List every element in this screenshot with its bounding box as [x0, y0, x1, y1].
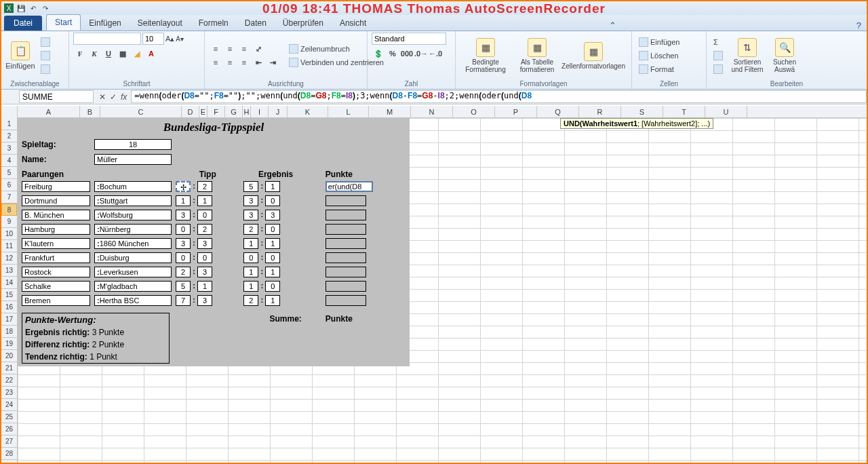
indent-inc-icon[interactable]: ⇥	[266, 56, 279, 69]
cond-format-button[interactable]: ▦Bedingte Formatierung	[460, 35, 511, 76]
italic-button[interactable]: K	[87, 47, 101, 60]
column-headers[interactable]: ABCDEFGHIJKLMNOPQRSTU	[18, 106, 867, 118]
row-header-25[interactable]: 25	[1, 411, 17, 423]
col-header-S[interactable]: S	[621, 106, 663, 117]
col-header-J[interactable]: J	[269, 106, 288, 117]
row-headers[interactable]: 1234567891011121314151617181920212223242…	[1, 106, 18, 463]
col-header-D[interactable]: D	[182, 106, 199, 117]
undo-icon[interactable]: ↶	[28, 3, 38, 13]
row-header-12[interactable]: 12	[1, 252, 17, 265]
help-icon[interactable]: ?	[856, 20, 861, 31]
punkte-cell[interactable]	[326, 295, 366, 306]
save-icon[interactable]: 💾	[16, 3, 26, 13]
font-family-input[interactable]	[73, 33, 141, 45]
ergebnis-score[interactable]: 5:1	[243, 181, 307, 192]
away-team[interactable]: : Hertha BSC	[94, 295, 172, 306]
col-header-L[interactable]: L	[328, 106, 369, 117]
home-team[interactable]: K'lautern	[22, 238, 90, 249]
formula-input[interactable]: =wenn(oder(D8="";F8="");"";wenn(und(D8=G…	[131, 90, 867, 103]
col-header-C[interactable]: C	[100, 106, 182, 117]
tab-pagelayout[interactable]: Seitenlayout	[130, 16, 191, 31]
col-header-H[interactable]: H	[243, 106, 251, 117]
align-center-icon[interactable]: ≡	[223, 56, 237, 69]
tipp-score[interactable]: 0:2	[176, 224, 239, 235]
align-left-icon[interactable]: ≡	[209, 56, 222, 69]
away-team[interactable]: : 1860 München	[94, 238, 172, 249]
ergebnis-score[interactable]: 3:0	[243, 195, 307, 206]
row-header-23[interactable]: 23	[1, 387, 17, 399]
format-painter-button[interactable]	[38, 63, 53, 75]
indent-dec-icon[interactable]: ⇤	[252, 56, 265, 69]
row-header-20[interactable]: 20	[1, 350, 17, 362]
row-header-3[interactable]: 3	[1, 142, 17, 155]
orientation-icon[interactable]: ⤢	[252, 43, 265, 55]
home-team[interactable]: Dortmund	[22, 195, 90, 206]
fx-icon[interactable]: fx	[121, 92, 127, 102]
ergebnis-score[interactable]: 1:0	[243, 281, 307, 292]
row-header-1[interactable]: 1	[1, 118, 17, 130]
autosum-button[interactable]: Σ	[711, 36, 726, 48]
file-tab[interactable]: Datei	[4, 16, 42, 31]
row-header-16[interactable]: 16	[1, 301, 17, 313]
col-header-P[interactable]: P	[495, 106, 537, 117]
paste-button[interactable]: 📋 Einfügen	[5, 35, 35, 76]
row-header-9[interactable]: 9	[1, 216, 17, 228]
home-team[interactable]: B. München	[22, 210, 90, 220]
punkte-cell[interactable]	[326, 224, 366, 235]
align-top-icon[interactable]: ≡	[209, 43, 222, 55]
underline-button[interactable]: U	[102, 47, 115, 60]
row-header-13[interactable]: 13	[1, 265, 17, 277]
home-team[interactable]: Frankfurt	[22, 252, 90, 263]
comma-icon[interactable]: 000	[400, 47, 414, 60]
row-header-17[interactable]: 17	[1, 313, 17, 326]
insert-cells-button[interactable]: Einfügen	[636, 36, 682, 48]
punkte-cell[interactable]	[326, 252, 366, 263]
cancel-formula-icon[interactable]: ✕	[99, 92, 106, 102]
ribbon-minimize-icon[interactable]: ⌃	[609, 20, 616, 31]
home-team[interactable]: Hamburg	[22, 224, 90, 235]
col-header-F[interactable]: F	[208, 106, 225, 117]
away-team[interactable]: : Bochum	[94, 181, 172, 192]
tipp-score[interactable]: 7:3	[176, 295, 239, 306]
row-header-5[interactable]: 5	[1, 167, 17, 179]
row-header-18[interactable]: 18	[1, 326, 17, 338]
align-bottom-icon[interactable]: ≡	[237, 43, 251, 55]
redo-icon[interactable]: ↷	[41, 3, 50, 13]
active-formula-cell[interactable]: er(und(D8	[326, 181, 373, 192]
home-team[interactable]: Bremen	[22, 295, 90, 306]
font-size-input[interactable]	[142, 33, 164, 45]
currency-icon[interactable]: 💲	[372, 47, 385, 60]
col-header-E[interactable]: E	[199, 106, 208, 117]
col-header-Q[interactable]: Q	[537, 106, 579, 117]
name-box[interactable]: SUMME	[19, 90, 94, 103]
col-header-N[interactable]: N	[411, 106, 453, 117]
row-header-29[interactable]: 29	[1, 460, 17, 464]
ergebnis-score[interactable]: 2:1	[243, 295, 307, 306]
col-header-R[interactable]: R	[579, 106, 621, 117]
tab-view[interactable]: Ansicht	[332, 16, 374, 31]
col-header-A[interactable]: A	[18, 106, 80, 117]
tipp-score[interactable]: 0:0	[176, 252, 239, 263]
tab-start[interactable]: Start	[46, 14, 81, 31]
decrease-font-icon[interactable]: A▾	[176, 35, 184, 43]
row-header-7[interactable]: 7	[1, 191, 17, 204]
col-header-B[interactable]: B	[80, 106, 100, 117]
col-header-G[interactable]: G	[225, 106, 243, 117]
font-color-button[interactable]: A	[144, 47, 158, 60]
sort-filter-button[interactable]: ⇅Sortieren und Filtern	[728, 35, 766, 76]
find-select-button[interactable]: 🔍Suchen Auswä	[769, 35, 800, 76]
ergebnis-score[interactable]: 3:3	[243, 210, 307, 220]
tipp-score[interactable]: 5:1	[176, 281, 239, 292]
away-team[interactable]: : Leverkusen	[94, 267, 172, 277]
col-header-K[interactable]: K	[288, 106, 328, 117]
copy-button[interactable]	[38, 50, 53, 62]
tipp-score[interactable]: ✢:2	[176, 181, 239, 192]
delete-cells-button[interactable]: Löschen	[636, 50, 682, 62]
border-button[interactable]: ▦	[116, 47, 130, 60]
row-header-4[interactable]: 4	[1, 155, 17, 167]
away-team[interactable]: : M'gladbach	[94, 281, 172, 292]
away-team[interactable]: : Duisburg	[94, 252, 172, 263]
percent-icon[interactable]: %	[386, 47, 399, 60]
col-header-T[interactable]: T	[663, 106, 705, 117]
row-header-8[interactable]: 8	[1, 204, 17, 216]
